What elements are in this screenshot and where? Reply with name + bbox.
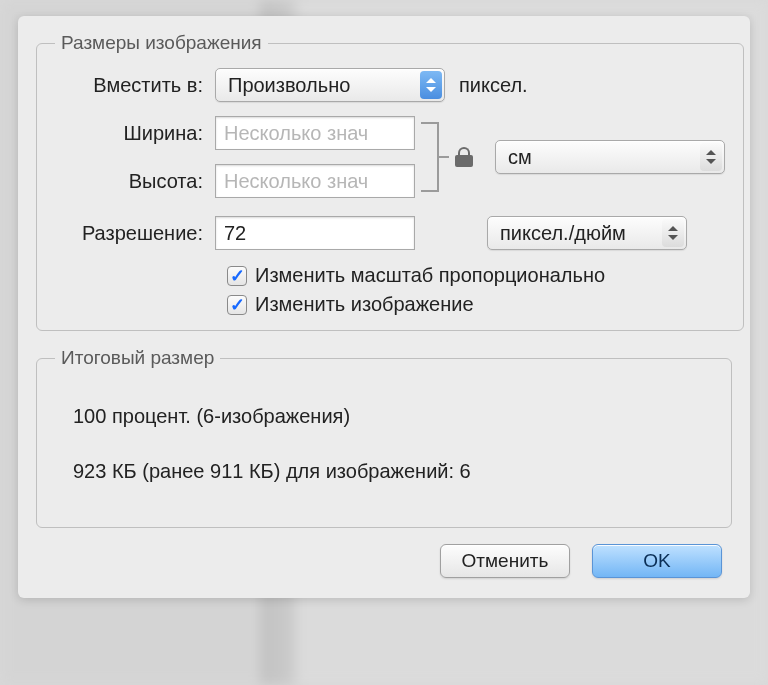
resolution-unit-value: пиксел./дюйм bbox=[500, 222, 626, 245]
resize-image-label: Изменить изображение bbox=[255, 293, 474, 316]
resulting-size-group: Итоговый размер 100 процент. (6-изображе… bbox=[36, 347, 732, 528]
resize-image-checkbox[interactable] bbox=[227, 295, 247, 315]
scale-proportional-checkbox[interactable] bbox=[227, 266, 247, 286]
fit-into-suffix: пиксел. bbox=[459, 74, 528, 97]
resolution-unit-select[interactable]: пиксел./дюйм bbox=[487, 216, 687, 250]
dimensions-block: Ширина: Высота: см bbox=[55, 116, 725, 198]
wh-unit-value: см bbox=[508, 146, 532, 169]
height-input[interactable] bbox=[215, 164, 415, 198]
result-filesize-line: 923 КБ (ранее 911 КБ) для изображений: 6 bbox=[73, 460, 705, 483]
dialog-button-row: Отменить OK bbox=[18, 528, 750, 584]
fit-into-row: Вместить в: Произвольно пиксел. bbox=[55, 68, 725, 102]
scale-proportional-row: Изменить масштаб пропорционально bbox=[227, 264, 725, 287]
image-dimensions-legend: Размеры изображения bbox=[55, 32, 268, 54]
resize-image-row: Изменить изображение bbox=[227, 293, 725, 316]
dropdown-stepper-icon bbox=[700, 143, 722, 171]
height-label: Высота: bbox=[55, 170, 215, 193]
resolution-label: Разрешение: bbox=[55, 222, 215, 245]
fit-into-value: Произвольно bbox=[228, 74, 350, 97]
width-label: Ширина: bbox=[55, 122, 215, 145]
result-percent-line: 100 процент. (6-изображения) bbox=[73, 405, 705, 428]
scale-proportional-label: Изменить масштаб пропорционально bbox=[255, 264, 605, 287]
ok-button[interactable]: OK bbox=[592, 544, 722, 578]
dropdown-stepper-icon bbox=[662, 219, 684, 247]
resolution-input[interactable] bbox=[215, 216, 415, 250]
link-bracket bbox=[415, 116, 445, 198]
cancel-button[interactable]: Отменить bbox=[440, 544, 570, 578]
fit-into-label: Вместить в: bbox=[55, 74, 215, 97]
wh-unit-select[interactable]: см bbox=[495, 140, 725, 174]
dropdown-stepper-icon bbox=[420, 71, 442, 99]
image-dimensions-group: Размеры изображения Вместить в: Произвол… bbox=[36, 32, 744, 331]
image-size-dialog: Размеры изображения Вместить в: Произвол… bbox=[18, 16, 750, 598]
width-input[interactable] bbox=[215, 116, 415, 150]
fit-into-select[interactable]: Произвольно bbox=[215, 68, 445, 102]
lock-icon[interactable] bbox=[455, 147, 473, 167]
resulting-size-legend: Итоговый размер bbox=[55, 347, 220, 369]
